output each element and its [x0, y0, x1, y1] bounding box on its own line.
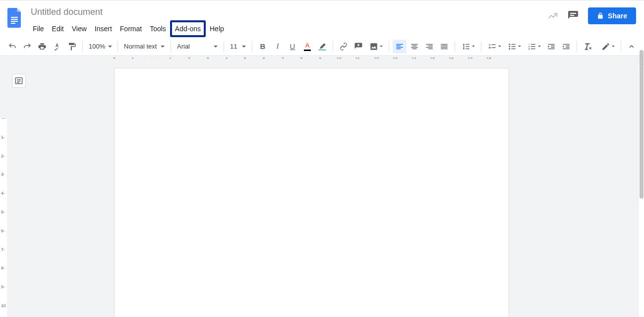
toolbar: 100% Normal text Arial 11 B I U A: [0, 37, 644, 56]
header-right: Share: [547, 3, 639, 24]
insert-link-button[interactable]: [337, 40, 351, 53]
document-page[interactable]: [114, 68, 509, 317]
svg-rect-5: [570, 15, 574, 16]
insert-image-button[interactable]: [366, 40, 385, 53]
spellcheck-button[interactable]: [50, 40, 64, 53]
menu-insert[interactable]: Insert: [91, 22, 116, 35]
bold-button[interactable]: B: [256, 40, 270, 53]
increase-indent-button[interactable]: [559, 40, 573, 53]
separator: [224, 41, 224, 52]
document-outline-button[interactable]: [12, 74, 26, 88]
separator: [252, 41, 252, 52]
separator: [333, 41, 333, 52]
decrease-indent-button[interactable]: [544, 40, 558, 53]
svg-rect-4: [570, 13, 576, 14]
title-area: Untitled document File Edit View Insert …: [29, 3, 228, 37]
highlight-color-button[interactable]: [315, 40, 329, 53]
line-spacing-button[interactable]: [459, 40, 477, 53]
chevron-down-icon: [242, 46, 246, 48]
underline-button[interactable]: U: [286, 40, 299, 53]
separator: [117, 41, 118, 52]
menu-file[interactable]: File: [29, 22, 48, 35]
chevron-down-icon: [108, 46, 112, 48]
chevron-down-icon: [538, 46, 541, 47]
redo-button[interactable]: [20, 40, 34, 53]
svg-rect-3: [11, 23, 15, 24]
document-title[interactable]: Untitled document: [29, 5, 228, 18]
workspace: 12345678910111213: [0, 59, 639, 317]
font-size-select[interactable]: 11: [227, 40, 249, 53]
align-center-button[interactable]: [408, 40, 421, 53]
paint-format-button[interactable]: [65, 40, 79, 53]
chevron-down-icon: [161, 46, 165, 48]
separator: [389, 41, 389, 52]
share-button[interactable]: Share: [588, 7, 636, 24]
zoom-value: 100%: [89, 43, 105, 50]
font-value: Arial: [177, 43, 190, 50]
align-justify-button[interactable]: [437, 40, 451, 53]
separator: [621, 41, 621, 52]
menu-edit[interactable]: Edit: [48, 22, 68, 35]
share-label: Share: [608, 12, 627, 20]
chevron-down-icon: [380, 46, 383, 47]
checklist-button[interactable]: [485, 40, 504, 53]
docs-logo-icon[interactable]: [5, 5, 25, 30]
svg-rect-2: [11, 21, 18, 22]
add-comment-button[interactable]: [351, 40, 365, 53]
paragraph-style-select[interactable]: Normal text: [121, 40, 168, 53]
text-color-button[interactable]: A: [300, 40, 314, 53]
comments-icon[interactable]: [567, 10, 579, 22]
chevron-down-icon: [518, 46, 521, 47]
vertical-ruler[interactable]: 12345678910111213: [0, 118, 7, 317]
italic-button[interactable]: I: [271, 40, 285, 53]
menubar: File Edit View Insert Format Tools Add-o…: [29, 20, 228, 37]
svg-rect-1: [11, 19, 18, 20]
vertical-scrollbar[interactable]: [639, 50, 644, 315]
menu-format[interactable]: Format: [116, 22, 146, 35]
chevron-down-icon: [612, 46, 615, 47]
scrollbar-thumb[interactable]: [640, 50, 644, 199]
align-left-button[interactable]: [393, 40, 407, 53]
bulleted-list-button[interactable]: [505, 40, 524, 53]
print-button[interactable]: [35, 40, 49, 53]
font-size-value: 11: [230, 43, 237, 50]
header: Untitled document File Edit View Insert …: [0, 0, 644, 37]
editing-mode-button[interactable]: [598, 40, 617, 53]
font-select[interactable]: Arial: [174, 40, 221, 53]
chevron-down-icon: [472, 46, 475, 47]
lock-icon: [597, 12, 604, 19]
paragraph-style-value: Normal text: [124, 43, 157, 50]
separator: [455, 41, 455, 52]
separator: [577, 41, 577, 52]
chevron-down-icon: [214, 46, 218, 48]
svg-point-6: [509, 44, 510, 45]
undo-button[interactable]: [5, 40, 19, 53]
separator: [82, 41, 83, 52]
separator: [481, 41, 481, 52]
separator: [171, 41, 171, 52]
numbered-list-button[interactable]: [525, 40, 543, 53]
chevron-down-icon: [498, 46, 501, 47]
svg-rect-0: [11, 17, 18, 18]
clear-formatting-button[interactable]: [581, 40, 594, 53]
align-right-button[interactable]: [422, 40, 436, 53]
collapse-toolbar-button[interactable]: [625, 40, 639, 53]
svg-point-8: [509, 48, 510, 50]
svg-point-7: [509, 46, 510, 47]
menu-addons[interactable]: Add-ons: [170, 20, 206, 37]
menu-help[interactable]: Help: [206, 22, 228, 35]
menu-view[interactable]: View: [68, 22, 91, 35]
activity-icon[interactable]: [547, 10, 558, 21]
zoom-select[interactable]: 100%: [86, 40, 115, 53]
menu-tools[interactable]: Tools: [146, 22, 170, 35]
